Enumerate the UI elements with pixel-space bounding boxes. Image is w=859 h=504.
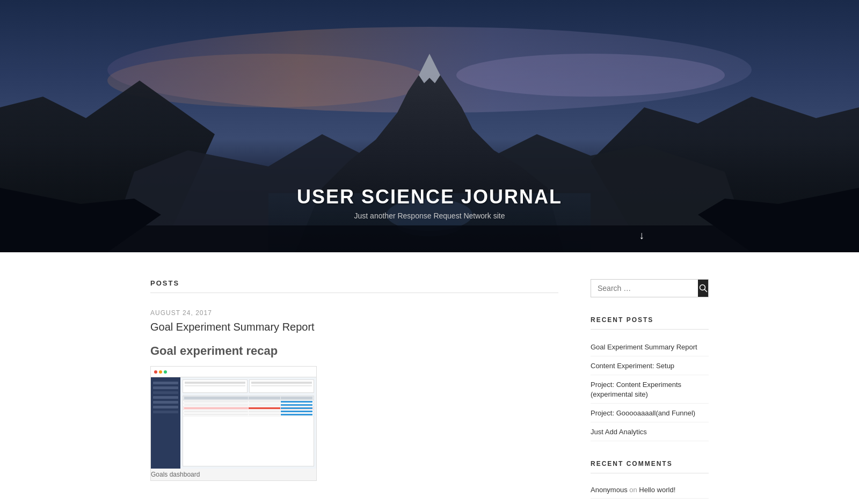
recent-post-link-1[interactable]: Goal Experiment Summary Report [591, 343, 697, 351]
commenter-name: Anonymous [591, 486, 628, 494]
screenshot-simulation [151, 367, 316, 469]
svg-line-17 [704, 290, 707, 292]
site-subtitle: Just another Response Request Network si… [297, 211, 562, 220]
site-title: USER SCIENCE JOURNAL [297, 186, 562, 208]
post-article: AUGUST 24, 2017 Goal Experiment Summary … [150, 309, 558, 481]
list-item: Project: Gooooaaaall(and Funnel) [591, 404, 709, 422]
recent-comment-item: Anonymous on Hello world! [591, 481, 709, 499]
recent-comments-title: RECENT COMMENTS [591, 460, 709, 473]
post-date: AUGUST 24, 2017 [150, 309, 558, 317]
sidebar: RECENT POSTS Goal Experiment Summary Rep… [591, 279, 709, 499]
search-input[interactable] [591, 280, 698, 297]
recent-comments-section: RECENT COMMENTS Anonymous on Hello world… [591, 460, 709, 499]
search-form[interactable] [591, 279, 709, 297]
search-section [591, 279, 709, 297]
search-button[interactable] [698, 280, 708, 297]
screenshot-main-area [180, 377, 316, 469]
search-icon [699, 284, 708, 293]
list-item: Content Experiment: Setup [591, 356, 709, 375]
post-image-caption: Goals dashboard [151, 469, 316, 480]
main-content-area: POSTS AUGUST 24, 2017 Goal Experiment Su… [134, 252, 725, 504]
recent-post-link-3[interactable]: Project: Content Experiments (experiment… [591, 381, 681, 398]
dot-yellow [159, 370, 162, 374]
post-section-heading: Goal experiment recap [150, 344, 558, 358]
dot-red [154, 370, 157, 374]
arrow-down-icon: ↓ [639, 229, 644, 241]
scroll-down-arrow[interactable]: ↓ [639, 229, 644, 242]
list-item: Just Add Analytics [591, 422, 709, 441]
comment-post-link[interactable]: Hello world! [639, 486, 675, 494]
svg-point-3 [456, 54, 725, 97]
screenshot-sidebar [151, 377, 180, 469]
posts-section-label: POSTS [150, 279, 558, 293]
list-item: Project: Content Experiments (experiment… [591, 375, 709, 404]
recent-posts-list: Goal Experiment Summary Report Content E… [591, 338, 709, 441]
post-title-link[interactable]: Goal Experiment Summary Report [150, 321, 558, 333]
hero-text-block: USER SCIENCE JOURNAL Just another Respon… [297, 186, 562, 220]
recent-posts-section: RECENT POSTS Goal Experiment Summary Rep… [591, 316, 709, 441]
recent-post-link-5[interactable]: Just Add Analytics [591, 428, 647, 436]
post-screenshot-image [151, 367, 316, 469]
recent-posts-title: RECENT POSTS [591, 316, 709, 330]
hero-section: USER SCIENCE JOURNAL Just another Respon… [0, 0, 859, 252]
recent-post-link-2[interactable]: Content Experiment: Setup [591, 362, 674, 370]
recent-post-link-4[interactable]: Project: Gooooaaaall(and Funnel) [591, 409, 695, 417]
dot-green [164, 370, 167, 374]
comment-on-text: on [629, 486, 639, 494]
screenshot-top-bar [151, 367, 316, 377]
list-item: Goal Experiment Summary Report [591, 338, 709, 356]
posts-column: POSTS AUGUST 24, 2017 Goal Experiment Su… [150, 279, 558, 499]
screenshot-body [151, 377, 316, 469]
post-image-container: Goals dashboard [150, 366, 317, 481]
